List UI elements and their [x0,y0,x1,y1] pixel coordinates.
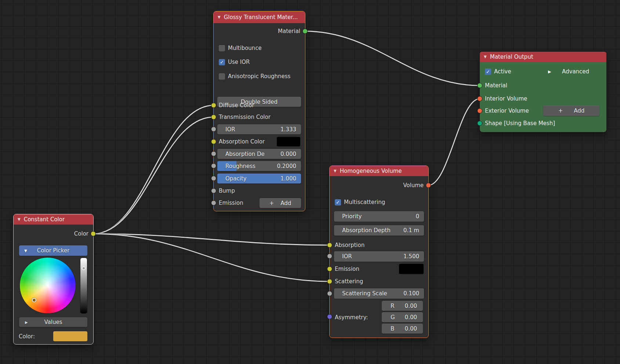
node-header[interactable]: ▼ Constant Color [14,214,93,225]
checkbox-label: Multiscattering [344,199,385,205]
diffuse-color-socket[interactable] [211,103,216,108]
slider-value: 0.2000 [277,163,297,170]
shape-socket[interactable] [477,121,482,126]
interior-volume-row: Interior Volume [480,94,606,104]
wire-color-to-diffuse [93,105,214,234]
roughness-socket[interactable] [211,163,216,168]
node-constant-color[interactable]: ▼ Constant Color Color ▼ Color Picker ▶ … [14,214,93,344]
color-wheel[interactable] [19,257,76,314]
absorption-socket[interactable] [327,243,332,248]
slider-value: 0 [416,213,419,220]
color-picker-dropdown[interactable]: ▼ Color Picker [19,245,87,256]
emission-socket[interactable] [211,200,216,205]
ior-socket[interactable] [327,254,332,259]
opacity-socket[interactable] [211,176,216,181]
active-checkbox[interactable]: ✓ [485,69,491,75]
active-row: ✓ Active ▶ Advanced [480,66,606,77]
slider-label: Opacity [225,175,247,182]
wheel-cursor[interactable] [32,298,36,302]
slider-value: 0.00 [405,303,417,309]
collapse-icon[interactable]: ▼ [334,169,337,173]
values-panel-header[interactable]: ▶ Values [19,317,87,327]
node-title: Homogeneous Volume [340,168,402,174]
absorption-depth-slider[interactable]: Absorption De 0.000 [217,149,301,159]
wire-color-to-transmission [93,117,214,234]
node-material-output[interactable]: ▼ Material Output ✓ Active ▶ Advanced Ma… [480,52,606,132]
chevron-down-icon: ▼ [24,249,27,253]
exterior-add-button[interactable]: + Add [543,106,599,116]
absorption-color-socket[interactable] [211,139,216,144]
material-output-socket[interactable] [302,29,308,34]
volume-output-socket[interactable] [426,183,431,188]
node-homogeneous-volume[interactable]: ▼ Homogeneous Volume Volume ✓ Multiscatt… [330,166,428,338]
emission-socket[interactable] [327,266,332,272]
material-input-row: Material [480,80,606,91]
absorption-depth-slider[interactable]: Absorption Depth 0.1 m [334,225,424,236]
advanced-expand-icon[interactable]: ▶ [548,69,551,74]
use-ior-checkbox[interactable]: ✓ [219,59,225,65]
value-slider[interactable] [80,258,87,314]
color-output-socket[interactable] [91,231,96,236]
scattering-scale-socket[interactable] [327,291,332,296]
node-header[interactable]: ▼ Material Output [480,52,606,62]
interior-volume-socket[interactable] [477,96,482,101]
anisotropic-checkbox[interactable] [219,73,225,80]
slider-label: Absorption Depth [342,227,391,234]
ior-socket[interactable] [211,127,216,132]
emission-color-swatch[interactable] [399,264,424,274]
collapse-icon[interactable]: ▼ [18,218,21,221]
collapse-icon[interactable]: ▼ [218,15,221,19]
button-label: Add [280,200,291,207]
checkbox-label: Multibounce [228,45,262,51]
color-value-swatch[interactable] [53,331,87,341]
asymmetry-b-slider[interactable]: B 0.00 [382,324,423,334]
scattering-scale-slider[interactable]: Scattering Scale 0.100 [334,288,424,299]
asymmetry-socket[interactable] [327,314,332,319]
multiscattering-checkbox[interactable]: ✓ [335,199,341,205]
checkbox-label: Use IOR [228,59,250,65]
exterior-volume-socket[interactable] [477,108,482,113]
slider-label: Absorption De [225,151,265,157]
absorption-depth-socket[interactable] [211,151,216,156]
asymmetry-g-slider[interactable]: G 0.00 [382,312,423,322]
ior-slider[interactable]: IOR 1.500 [334,251,424,262]
socket-label: Material [485,82,507,89]
node-glossy-translucent-material[interactable]: ▼ Glossy Translucent Mater... Material M… [214,11,305,211]
emission-add-button[interactable]: + Add [260,198,301,208]
value-slider-cursor[interactable] [82,266,86,270]
field-label: Color: [19,333,35,340]
material-output-row: Material [214,26,305,36]
transmission-color-socket[interactable] [211,114,216,120]
node-title: Constant Color [24,216,65,223]
socket-label: Absorption Color [219,138,265,145]
slider-value: 1.333 [280,126,296,133]
color-output-row: Color [14,229,93,239]
node-header[interactable]: ▼ Glossy Translucent Mater... [214,11,305,23]
absorption-color-swatch[interactable] [277,137,300,146]
advanced-label[interactable]: Advanced [562,68,589,75]
wire-color-to-scattering [93,234,330,281]
priority-slider[interactable]: Priority 0 [334,211,424,222]
node-title: Material Output [490,54,533,60]
shape-row: Shape [Using Base Mesh] [480,118,606,128]
roughness-slider[interactable]: Roughness 0.2000 [217,161,301,171]
button-label: Add [574,108,584,114]
slider-label: IOR [225,126,235,133]
material-input-socket[interactable] [477,83,482,88]
bump-socket[interactable] [211,188,216,193]
asymmetry-r-slider[interactable]: R 0.00 [382,301,423,311]
socket-label: Absorption [335,242,365,248]
scattering-socket[interactable] [327,279,332,284]
collapse-icon[interactable]: ▼ [484,55,487,59]
node-title: Glossy Translucent Mater... [224,14,298,21]
socket-label: Interior Volume [485,95,527,102]
node-header[interactable]: ▼ Homogeneous Volume [330,166,428,176]
multibounce-checkbox[interactable] [219,45,225,51]
slider-label: R [391,303,394,309]
opacity-slider[interactable]: Opacity 1.000 [217,174,301,183]
volume-output-row: Volume [330,180,428,190]
ior-slider[interactable]: IOR 1.333 [217,124,301,134]
slider-value: 1.500 [403,253,419,260]
multiscattering-row: ✓ Multiscattering [330,197,428,207]
scattering-row: Scattering [330,276,428,287]
